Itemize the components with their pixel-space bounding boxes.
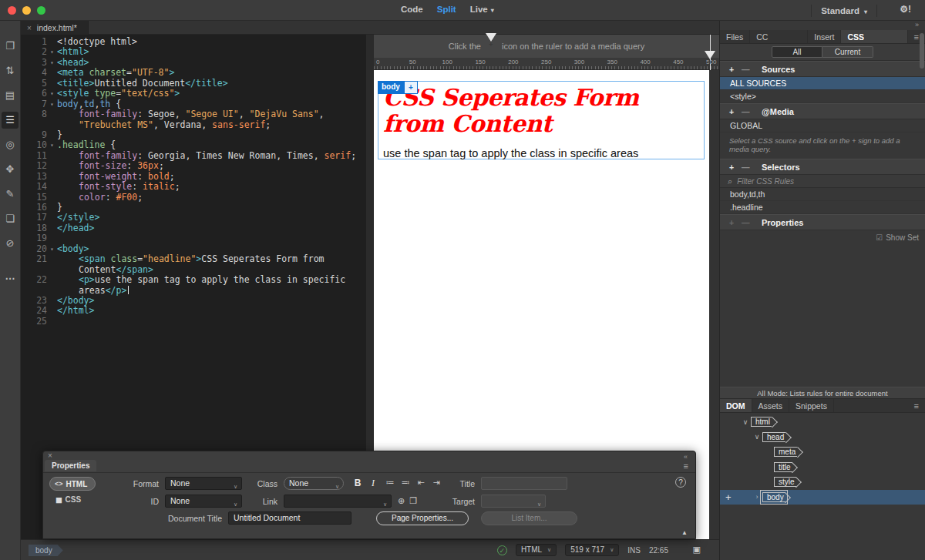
format-dropdown[interactable]: None∨: [165, 477, 242, 490]
outdent-icon[interactable]: ⇤: [415, 478, 427, 488]
code-line[interactable]: 24</html>: [21, 306, 366, 316]
sync-settings-button[interactable]: ⚙!: [900, 4, 911, 15]
dom-node-title[interactable]: title: [720, 460, 925, 475]
code-line[interactable]: "Trebuchet MS", Verdana, sans-serif;: [21, 120, 366, 130]
show-set-toggle[interactable]: ☑Show Set: [720, 230, 925, 245]
code-line[interactable]: 22<p>use the span tag to apply the class…: [21, 275, 366, 285]
rendered-headline[interactable]: CSS Seperates Form from Content: [383, 85, 699, 137]
panel-tab-files[interactable]: Files: [720, 30, 750, 43]
live-view-button[interactable]: Live▾: [470, 5, 494, 14]
add-source-icon[interactable]: +: [729, 65, 742, 74]
tag-selector-body[interactable]: body: [29, 545, 63, 556]
add-media-icon[interactable]: +: [729, 107, 742, 116]
point-to-file-icon[interactable]: ⊕: [398, 496, 405, 506]
tag-pill-html[interactable]: html: [751, 417, 772, 427]
add-media-query-marker[interactable]: +: [705, 59, 716, 69]
dom-tab-dom[interactable]: DOM: [720, 399, 752, 412]
indent-icon[interactable]: ⇥: [430, 478, 442, 488]
selector-item[interactable]: .headline: [720, 201, 925, 214]
page-properties-button[interactable]: Page Properties...: [376, 511, 469, 525]
element-badge-label[interactable]: body: [378, 81, 404, 94]
code-line[interactable]: 9}: [21, 130, 366, 140]
source-item[interactable]: ALL SOURCES: [720, 77, 925, 90]
dom-node-style[interactable]: style: [720, 474, 925, 490]
bold-button[interactable]: B: [352, 478, 364, 488]
collapse-panels-icon[interactable]: »: [915, 21, 919, 29]
more-tools-icon[interactable]: ⋯: [2, 270, 18, 287]
code-line[interactable]: 6▾<style type="text/css">: [21, 89, 366, 99]
extract-icon[interactable]: ✥: [2, 161, 18, 178]
tree-expander-icon[interactable]: ›: [752, 493, 762, 501]
dom-tab-assets[interactable]: Assets: [752, 399, 790, 412]
dom-node-body[interactable]: +›body: [720, 490, 925, 505]
code-line[interactable]: 1<!doctype html>: [21, 37, 366, 47]
code-line[interactable]: 14font-style: italic;: [21, 182, 366, 192]
remove-source-icon[interactable]: —: [742, 65, 762, 74]
panel-tab-insert[interactable]: Insert: [808, 30, 841, 43]
panel-menu-icon[interactable]: ≡: [908, 399, 925, 412]
tree-expander-icon[interactable]: ∨: [752, 433, 762, 441]
minimize-window-icon[interactable]: [22, 6, 31, 15]
tag-pill-head[interactable]: head: [762, 432, 785, 442]
unordered-list-icon[interactable]: ≔: [384, 478, 396, 488]
id-dropdown[interactable]: None∨: [165, 495, 242, 508]
source-item[interactable]: <style>: [720, 90, 925, 103]
panel-tab-cc-libraries[interactable]: CC Libraries: [750, 30, 808, 43]
italic-button[interactable]: I: [367, 478, 379, 489]
html-mode-button[interactable]: <> HTML: [49, 477, 96, 491]
add-selector-icon[interactable]: +: [729, 163, 742, 172]
remove-comment-icon[interactable]: ⊘: [2, 235, 18, 252]
class-dropdown[interactable]: None∨: [284, 477, 344, 490]
panel-tab-css-designer[interactable]: CSS Designer: [841, 30, 907, 43]
document-title-input[interactable]: Untitled Document: [228, 511, 352, 525]
code-line[interactable]: 15color: #F00;: [21, 193, 366, 203]
dom-node-html[interactable]: ∨html: [720, 414, 925, 430]
close-window-icon[interactable]: [8, 6, 16, 15]
code-line[interactable]: 19: [21, 233, 366, 243]
selector-item[interactable]: body,td,th: [720, 188, 925, 201]
ruler[interactable]: 050100150200250300350400450500: [374, 58, 719, 70]
code-line[interactable]: 20▾<body>: [21, 244, 366, 254]
code-line[interactable]: 5<title>Untitled Document</title>: [21, 79, 366, 89]
media-item[interactable]: GLOBAL: [720, 119, 925, 132]
code-view-button[interactable]: Code: [401, 5, 423, 14]
remove-media-icon[interactable]: —: [742, 107, 762, 116]
rendered-paragraph[interactable]: use the span tag to apply the class in s…: [383, 147, 699, 159]
add-element-icon[interactable]: +: [725, 491, 732, 503]
collapse-panel-icon[interactable]: «: [684, 453, 688, 461]
code-line[interactable]: 21<span class="headline">CSS Seperates F…: [21, 254, 366, 264]
code-line[interactable]: 4<meta charset="UTF-8">: [21, 68, 366, 78]
code-line[interactable]: 3▾<head>: [21, 58, 366, 68]
remove-selector-icon[interactable]: —: [742, 163, 762, 172]
help-icon[interactable]: ?: [675, 477, 686, 488]
window-size-dropdown[interactable]: 519 x 717∨: [565, 544, 619, 556]
code-line[interactable]: Content</span>: [21, 265, 366, 275]
code-line[interactable]: 16}: [21, 203, 366, 213]
code-line[interactable]: 18</head>: [21, 223, 366, 233]
code-line[interactable]: 10▾.headline {: [21, 140, 366, 150]
dom-node-meta[interactable]: meta: [720, 444, 925, 460]
tree-expander-icon[interactable]: ∨: [740, 418, 751, 426]
file-management-icon[interactable]: ⇅: [2, 62, 18, 79]
css-mode-button[interactable]: ▦ CSS: [56, 495, 81, 504]
tag-pill-style[interactable]: style: [774, 477, 796, 487]
code-line[interactable]: areas</p>: [21, 286, 366, 296]
current-mode-button[interactable]: Current: [822, 46, 873, 58]
code-line[interactable]: 25: [21, 317, 366, 327]
maximize-window-icon[interactable]: [37, 6, 45, 15]
device-preview-icon[interactable]: ▣: [693, 545, 701, 555]
tag-pill-meta[interactable]: meta: [774, 447, 797, 457]
dom-node-head[interactable]: ∨head: [720, 430, 925, 445]
browse-folder-icon[interactable]: ❒: [409, 496, 417, 506]
panel-scrollbar[interactable]: [920, 33, 924, 69]
edit-tools-icon[interactable]: ✎: [2, 186, 18, 203]
expand-panel-icon[interactable]: ▲: [681, 529, 688, 536]
code-line[interactable]: 7▾body,td,th {: [21, 99, 366, 109]
filter-css-rules-input[interactable]: ⌕ Filter CSS Rules: [720, 175, 925, 188]
apply-comment-icon[interactable]: ❏: [2, 210, 18, 227]
add-element-button[interactable]: +: [404, 81, 418, 94]
selected-body-outline[interactable]: body + CSS Seperates Form from Content u…: [378, 81, 705, 159]
code-line[interactable]: 2▾<html>: [21, 47, 366, 57]
workspace-switcher[interactable]: Standard▾: [811, 5, 877, 17]
code-line[interactable]: 11font-family: Georgia, Times New Roman,…: [21, 151, 366, 161]
